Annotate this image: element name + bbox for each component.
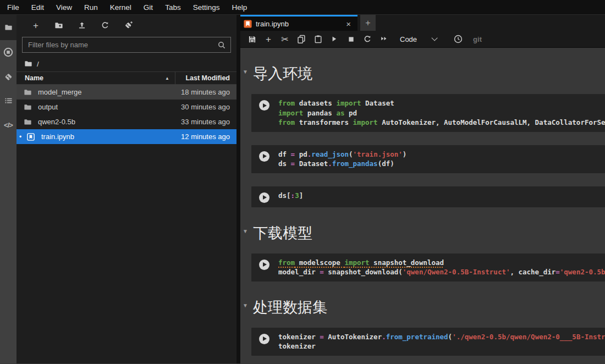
search-icon bbox=[217, 41, 226, 49]
notebook-icon bbox=[244, 20, 252, 28]
markdown-cell[interactable]: ▼处理数据集 bbox=[243, 297, 605, 318]
run-cell-icon[interactable] bbox=[259, 100, 270, 111]
last-modified: 33 minutes ago bbox=[172, 118, 237, 126]
menu-help[interactable]: Help bbox=[226, 0, 253, 15]
menu-bar: FileEditViewRunKernelGitTabsSettingsHelp bbox=[0, 0, 605, 15]
file-name: train.ipynb bbox=[37, 133, 172, 141]
last-modified: 12 minutes ago bbox=[172, 133, 237, 141]
tab-bar: train.ipynb × + bbox=[240, 15, 605, 31]
restart-run-all-icon[interactable] bbox=[376, 32, 392, 46]
section-heading: 下载模型 bbox=[253, 223, 312, 244]
interrupt-kernel-icon[interactable] bbox=[343, 32, 359, 46]
menu-file[interactable]: File bbox=[1, 0, 25, 15]
cell-type-select[interactable]: Code bbox=[400, 35, 417, 43]
breadcrumb[interactable]: / bbox=[16, 56, 237, 71]
breadcrumb-root[interactable]: / bbox=[37, 60, 39, 68]
code-cell[interactable]: from modelscope import snapshot_download… bbox=[251, 253, 605, 282]
collapse-section-icon[interactable]: ▼ bbox=[243, 302, 249, 308]
chevron-down-icon[interactable] bbox=[432, 35, 438, 41]
folder-icon bbox=[21, 118, 34, 126]
file-row-train.ipynb[interactable]: •train.ipynb12 minutes ago bbox=[16, 129, 237, 144]
insert-cell-icon[interactable]: + bbox=[260, 32, 277, 46]
menu-kernel[interactable]: Kernel bbox=[104, 0, 138, 15]
sidebar-extensions-icon[interactable]: </> bbox=[0, 113, 16, 137]
file-list: model_merge18 minutes agooutput30 minute… bbox=[16, 85, 237, 144]
filter-box bbox=[22, 37, 231, 53]
markdown-cell[interactable]: ▼导入环境 bbox=[243, 63, 605, 84]
menu-tabs[interactable]: Tabs bbox=[159, 0, 187, 15]
file-list-header: Name ▲ Last Modified bbox=[16, 71, 237, 85]
code-editor[interactable]: ds[:3] bbox=[278, 191, 303, 203]
run-cell-icon[interactable] bbox=[259, 192, 270, 203]
last-modified: 18 minutes ago bbox=[172, 88, 237, 96]
menu-edit[interactable]: Edit bbox=[25, 0, 50, 15]
file-row-qwen2-0.5b[interactable]: qwen2-0.5b33 minutes ago bbox=[16, 114, 237, 129]
section-heading: 处理数据集 bbox=[253, 297, 327, 318]
sidebar-table-of-contents-icon[interactable] bbox=[0, 89, 16, 113]
cut-cells-icon[interactable]: ✂ bbox=[277, 32, 293, 46]
sidebar-running-kernels-icon[interactable] bbox=[0, 40, 16, 64]
paste-cells-icon[interactable] bbox=[310, 32, 326, 46]
history-clock-icon[interactable] bbox=[450, 32, 466, 46]
column-header-last-modified[interactable]: Last Modified bbox=[175, 71, 237, 85]
upload-icon[interactable] bbox=[70, 17, 94, 34]
file-name: qwen2-0.5b bbox=[34, 118, 172, 126]
markdown-cell[interactable]: ▼下载模型 bbox=[243, 223, 605, 244]
panel-divider[interactable] bbox=[237, 15, 240, 363]
notebook-content: ▼导入环境from datasets import Datasetimport … bbox=[240, 48, 605, 363]
file-name: output bbox=[34, 103, 172, 111]
code-editor[interactable]: tokenizer = AutoTokenizer.from_pretraine… bbox=[278, 332, 605, 351]
home-folder-icon[interactable] bbox=[24, 60, 33, 68]
filter-files-input[interactable] bbox=[28, 41, 217, 49]
collapse-section-icon[interactable]: ▼ bbox=[243, 69, 249, 75]
section-heading: 导入环境 bbox=[253, 63, 312, 84]
column-header-name[interactable]: Name ▲ bbox=[16, 74, 175, 82]
new-folder-icon[interactable] bbox=[47, 17, 70, 34]
code-editor[interactable]: from datasets import Datasetimport panda… bbox=[278, 98, 605, 128]
code-editor[interactable]: from modelscope import snapshot_download… bbox=[278, 258, 605, 277]
collapse-section-icon[interactable]: ▼ bbox=[243, 228, 249, 234]
run-cell-icon[interactable] bbox=[259, 334, 270, 344]
code-cell[interactable]: df = pd.read_json('train.json')ds = Data… bbox=[251, 145, 605, 173]
main-row: </> + / Name ▲ Last Modified model_merge… bbox=[0, 15, 605, 363]
last-modified: 30 minutes ago bbox=[172, 103, 237, 111]
menu-settings[interactable]: Settings bbox=[187, 0, 226, 15]
folder-icon bbox=[21, 89, 34, 96]
notebook-icon bbox=[24, 133, 37, 141]
code-editor[interactable]: df = pd.read_json('train.json')ds = Data… bbox=[278, 150, 406, 169]
notebook-toolbar: +✂ Code git bbox=[240, 31, 605, 48]
sidebar-git-icon[interactable] bbox=[0, 64, 16, 89]
save-icon[interactable] bbox=[244, 32, 260, 46]
sidebar-file-browser-icon[interactable] bbox=[0, 15, 16, 40]
git-toolbar-label[interactable]: git bbox=[473, 35, 482, 43]
file-row-model_merge[interactable]: model_merge18 minutes ago bbox=[16, 85, 237, 100]
close-tab-icon[interactable]: × bbox=[344, 19, 353, 29]
sort-ascending-icon: ▲ bbox=[165, 76, 169, 81]
run-cell-icon[interactable] bbox=[259, 151, 270, 162]
document-area: train.ipynb × + +✂ Code git ▼导入环境from da… bbox=[240, 15, 605, 363]
menu-git[interactable]: Git bbox=[138, 0, 159, 15]
folder-icon bbox=[21, 103, 34, 111]
run-cell-icon[interactable] bbox=[326, 32, 343, 46]
code-cell[interactable]: ds[:3] bbox=[251, 186, 605, 207]
file-row-output[interactable]: output30 minutes ago bbox=[16, 100, 237, 114]
tab-train-ipynb[interactable]: train.ipynb × bbox=[240, 15, 358, 31]
copy-cells-icon[interactable] bbox=[293, 32, 310, 46]
code-cell[interactable]: from datasets import Datasetimport panda… bbox=[251, 94, 605, 132]
restart-kernel-icon[interactable] bbox=[359, 32, 376, 46]
file-browser-panel: + / Name ▲ Last Modified model_merge18 m… bbox=[16, 15, 237, 363]
run-cell-icon[interactable] bbox=[259, 260, 270, 270]
menu-run[interactable]: Run bbox=[78, 0, 104, 15]
file-browser-toolbar: + bbox=[16, 15, 237, 36]
new-tab-button[interactable]: + bbox=[360, 15, 376, 31]
file-name: model_merge bbox=[34, 88, 172, 96]
git-init-icon[interactable] bbox=[117, 17, 140, 34]
tab-title: train.ipynb bbox=[256, 20, 340, 28]
new-launcher-icon[interactable]: + bbox=[24, 17, 47, 34]
code-cell[interactable]: tokenizer = AutoTokenizer.from_pretraine… bbox=[251, 328, 605, 356]
refresh-icon[interactable] bbox=[94, 17, 117, 34]
running-dot: • bbox=[16, 133, 24, 141]
activity-bar: </> bbox=[0, 15, 16, 363]
menu-view[interactable]: View bbox=[50, 0, 78, 15]
